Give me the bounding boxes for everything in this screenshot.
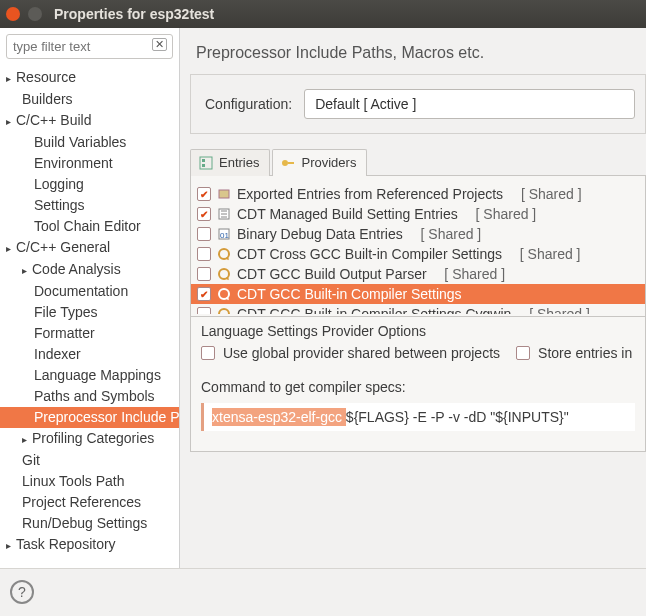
tree-item[interactable]: Documentation [0,281,179,302]
svg-text:01: 01 [220,231,229,240]
tab-providers[interactable]: Providers [272,149,367,176]
tab-bar: Entries Providers [190,148,646,176]
provider-row[interactable]: CDT GCC Built-in Compiler Settings [191,284,645,304]
minimize-icon[interactable] [28,7,42,21]
provider-checkbox[interactable] [197,187,211,201]
tree-item[interactable]: ▸Code Analysis [0,259,179,281]
close-icon[interactable] [6,7,20,21]
tab-providers-label: Providers [301,155,356,170]
expand-arrow-icon: ▸ [6,535,14,556]
provider-row[interactable]: CDT GCC Build Output Parser [ Shared ] [191,264,645,284]
configuration-select[interactable]: Default [ Active ] [304,89,635,119]
tree-item-label: Logging [34,176,84,192]
tab-entries-label: Entries [219,155,259,170]
provider-shared-badge: [ Shared ] [521,306,589,314]
tree-item-label: Profiling Categories [32,430,154,446]
tree-item-label: Git [22,452,40,468]
tree-item-label: Indexer [34,346,81,362]
filter-input[interactable] [6,34,173,59]
tree-item[interactable]: Builders [0,89,179,110]
clear-filter-icon[interactable]: ✕ [152,38,167,51]
main-panel: Preprocessor Include Paths, Macros etc. … [180,28,646,568]
tree-item-label: Task Repository [16,536,116,552]
provider-shared-badge: [ Shared ] [468,206,536,222]
providers-list[interactable]: Exported Entries from Referenced Project… [191,184,645,314]
tree-item[interactable]: ▸Task Repository [0,534,179,556]
provider-icon: 01 [217,227,231,241]
provider-label: CDT GCC Built-in Compiler Settings [237,286,462,302]
tree-item[interactable]: Run/Debug Settings [0,513,179,534]
tree-item[interactable]: Language Mappings [0,365,179,386]
tree-item[interactable]: Linux Tools Path [0,471,179,492]
tree-item[interactable]: Preprocessor Include Paths, Macros etc. [0,407,179,428]
provider-checkbox[interactable] [197,247,211,261]
tree-item[interactable]: Paths and Symbols [0,386,179,407]
expand-arrow-icon: ▸ [6,111,14,132]
tree-item[interactable]: Formatter [0,323,179,344]
expand-arrow-icon: ▸ [6,68,14,89]
svg-point-15 [219,309,229,314]
tree-item[interactable]: Build Variables [0,132,179,153]
provider-icon [217,267,231,281]
tree-item[interactable]: Environment [0,153,179,174]
configuration-row: Configuration: Default [ Active ] [190,74,646,134]
svg-rect-5 [219,190,229,198]
tree-item-label: Formatter [34,325,95,341]
category-tree[interactable]: ▸ResourceBuilders▸C/C++ BuildBuild Varia… [0,65,179,568]
tree-item[interactable]: ▸C/C++ Build [0,110,179,132]
command-highlight: xtensa-esp32-elf-gcc [212,408,346,426]
provider-row[interactable]: CDT Cross GCC Built-in Compiler Settings… [191,244,645,264]
store-entries-checkbox[interactable] [516,346,530,360]
svg-rect-4 [288,162,294,164]
svg-rect-0 [200,157,212,169]
providers-panel: Exported Entries from Referenced Project… [190,176,646,452]
tree-item[interactable]: ▸Profiling Categories [0,428,179,450]
provider-row[interactable]: 01Binary Debug Data Entries [ Shared ] [191,224,645,244]
provider-options: Language Settings Provider Options Use g… [191,316,645,451]
tree-item-label: Code Analysis [32,261,121,277]
tree-item[interactable]: Git [0,450,179,471]
provider-checkbox[interactable] [197,307,211,314]
command-input[interactable]: xtensa-esp32-elf-gcc ${FLAGS} -E -P -v -… [201,403,635,431]
tab-entries[interactable]: Entries [190,149,270,176]
command-label: Command to get compiler specs: [201,379,635,395]
tree-item-label: Resource [16,69,76,85]
provider-label: CDT GCC Built-in Compiler Settings Cygwi… [237,306,511,314]
tree-item[interactable]: Indexer [0,344,179,365]
help-icon[interactable]: ? [10,580,34,604]
global-provider-checkbox[interactable] [201,346,215,360]
tree-item-label: Build Variables [34,134,126,150]
svg-point-3 [282,160,288,166]
provider-icon [217,187,231,201]
provider-row[interactable]: Exported Entries from Referenced Project… [191,184,645,204]
provider-icon [217,207,231,221]
svg-rect-2 [202,164,205,167]
provider-row[interactable]: CDT GCC Built-in Compiler Settings Cygwi… [191,304,645,314]
expand-arrow-icon: ▸ [22,260,30,281]
provider-label: CDT Cross GCC Built-in Compiler Settings [237,246,502,262]
provider-checkbox[interactable] [197,227,211,241]
provider-icon [217,307,231,314]
tree-item-label: Builders [22,91,73,107]
provider-shared-badge: [ Shared ] [513,186,581,202]
store-entries-label: Store entries in project settings folder… [538,345,635,361]
provider-checkbox[interactable] [197,207,211,221]
provider-row[interactable]: CDT Managed Build Setting Entries [ Shar… [191,204,645,224]
tree-item-label: Preprocessor Include Paths, Macros etc. [34,409,179,425]
tree-item-label: Linux Tools Path [22,473,124,489]
expand-arrow-icon: ▸ [6,238,14,259]
provider-checkbox[interactable] [197,267,211,281]
providers-icon [281,156,295,170]
tree-item[interactable]: Project References [0,492,179,513]
provider-checkbox[interactable] [197,287,211,301]
tree-item[interactable]: Settings [0,195,179,216]
tree-item-label: Run/Debug Settings [22,515,147,531]
entries-icon [199,156,213,170]
provider-label: CDT Managed Build Setting Entries [237,206,458,222]
tree-item[interactable]: File Types [0,302,179,323]
tree-item[interactable]: ▸C/C++ General [0,237,179,259]
tree-item[interactable]: ▸Resource [0,67,179,89]
tree-item[interactable]: Logging [0,174,179,195]
tree-item-label: C/C++ General [16,239,110,255]
tree-item[interactable]: Tool Chain Editor [0,216,179,237]
